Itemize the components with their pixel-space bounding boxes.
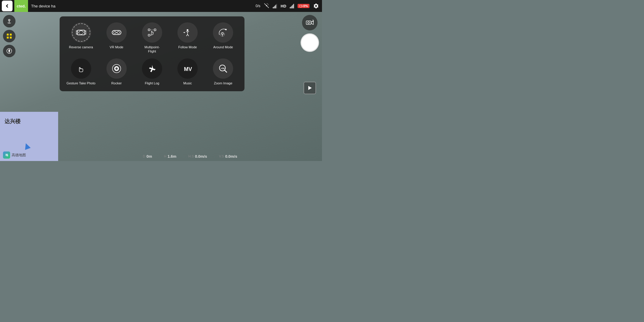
speed-indicator: 0/s xyxy=(256,4,260,8)
height-stat: H 1.6m xyxy=(164,154,177,159)
settings-icon[interactable] xyxy=(313,3,319,9)
hd-signal-bars xyxy=(290,4,294,8)
vr-mode-label: VR Mode xyxy=(110,45,123,49)
svg-marker-14 xyxy=(308,86,312,90)
signal-bars xyxy=(273,4,277,8)
map-location-text: 达兴楼 xyxy=(4,118,21,125)
horizontal-speed-stat: H.S 0.0m/s xyxy=(188,154,207,159)
gps-icon xyxy=(264,3,269,9)
return-home-button[interactable] xyxy=(3,45,16,57)
multipoint-flight-icon-circle xyxy=(142,22,162,43)
svg-text:×50: ×50 xyxy=(221,67,225,70)
svg-rect-22 xyxy=(148,29,150,31)
zoom-image-item[interactable]: ×50 Zoom Image xyxy=(208,58,239,85)
map-direction-arrow xyxy=(23,142,31,150)
rocker-icon-circle xyxy=(106,58,127,79)
camera-switch-button[interactable] xyxy=(302,15,318,30)
svg-rect-3 xyxy=(302,6,303,7)
vs-value: 0.0m/s xyxy=(225,154,237,159)
vertical-speed-stat: V.S 0.0m/s xyxy=(219,154,237,159)
svg-rect-21 xyxy=(154,29,156,31)
height-label: H xyxy=(164,154,166,158)
follow-mode-label: Follow Mode xyxy=(178,45,197,49)
distance-label: D xyxy=(143,154,145,158)
right-sidebar xyxy=(301,15,319,94)
svg-rect-20 xyxy=(148,34,150,36)
distance-value: 0m xyxy=(146,154,152,159)
battery-indicator: 0% xyxy=(298,4,309,8)
shutter-button[interactable] xyxy=(301,33,319,52)
vr-mode-item[interactable]: VR Mode xyxy=(101,22,132,54)
svg-line-25 xyxy=(186,34,188,36)
svg-point-1 xyxy=(266,5,267,6)
svg-point-13 xyxy=(308,22,309,24)
svg-rect-8 xyxy=(10,34,12,35)
svg-text:MV: MV xyxy=(184,66,192,72)
flight-log-label: Flight Log xyxy=(145,81,159,85)
svg-rect-10 xyxy=(10,37,12,38)
hd-label: HD xyxy=(281,4,286,8)
svg-point-18 xyxy=(117,31,120,34)
back-button[interactable] xyxy=(2,1,13,11)
map-overlay: 达兴楼 地 高德地图 xyxy=(0,112,58,161)
svg-rect-4 xyxy=(300,6,300,7)
svg-point-28 xyxy=(222,33,223,35)
hs-value: 0.0m/s xyxy=(195,154,207,159)
grid-mode-button[interactable] xyxy=(3,30,16,42)
gesture-take-photo-label: Gesture Take Photo xyxy=(66,81,95,85)
connection-status-green: cted. xyxy=(14,0,28,12)
reverse-camera-label: Reverse camera xyxy=(69,45,93,49)
multipoint-flight-item[interactable]: Multipoint-Flight xyxy=(137,22,167,54)
status-connected-text: cted. xyxy=(17,4,26,8)
bottom-stats-bar: D 0m H 1.6m H.S 0.0m/s V.S 0.0m/s xyxy=(58,151,322,161)
svg-point-6 xyxy=(9,20,10,20)
top-bar: cted. The device ha 0/s HD xyxy=(0,0,322,12)
svg-rect-7 xyxy=(7,34,9,35)
follow-mode-item[interactable]: Follow Mode xyxy=(172,22,203,54)
map-logo-text: 高德地图 xyxy=(12,153,26,158)
amap-logo-icon: 地 xyxy=(3,151,10,159)
svg-point-33 xyxy=(115,67,118,70)
landing-button[interactable] xyxy=(3,15,16,27)
around-mode-label: Around Mode xyxy=(213,45,233,49)
left-sidebar xyxy=(3,15,16,57)
flight-log-item[interactable]: Flight Log xyxy=(137,58,167,85)
svg-line-36 xyxy=(225,70,227,72)
music-icon-circle: MV xyxy=(177,58,198,79)
svg-point-23 xyxy=(187,29,188,31)
hs-label: H.S xyxy=(188,154,194,158)
vr-mode-icon-circle xyxy=(106,22,127,43)
follow-mode-icon-circle xyxy=(177,22,198,43)
svg-rect-12 xyxy=(306,21,311,24)
features-modal: Reverse camera VR Mode xyxy=(60,16,244,91)
svg-line-26 xyxy=(188,34,189,36)
device-status-text: The device ha xyxy=(28,4,55,8)
zoom-image-icon-circle: ×50 xyxy=(213,58,233,79)
rocker-item[interactable]: Rocker xyxy=(101,58,132,85)
multipoint-flight-label: Multipoint-Flight xyxy=(145,45,160,54)
playback-button[interactable] xyxy=(304,82,316,94)
zoom-image-label: Zoom Image xyxy=(214,81,233,85)
vs-label: V.S xyxy=(219,154,224,158)
distance-stat: D 0m xyxy=(143,154,152,159)
reverse-camera-icon-circle xyxy=(71,22,91,43)
svg-rect-9 xyxy=(7,37,9,38)
height-value: 1.6m xyxy=(168,154,177,159)
around-mode-icon-circle xyxy=(213,22,233,43)
around-mode-item[interactable]: Around Mode xyxy=(208,22,239,54)
flight-log-icon-circle xyxy=(142,58,162,79)
reverse-camera-item[interactable]: Reverse camera xyxy=(66,22,96,54)
gesture-take-photo-icon-circle xyxy=(71,58,91,79)
gesture-take-photo-item[interactable]: Gesture Take Photo xyxy=(66,58,96,85)
rocker-label: Rocker xyxy=(111,81,122,85)
map-logo: 地 高德地图 xyxy=(3,151,26,159)
svg-point-17 xyxy=(114,31,116,34)
music-item[interactable]: MV Music xyxy=(172,58,203,85)
top-right-indicators: 0/s HD xyxy=(256,3,322,9)
music-label: Music xyxy=(183,81,192,85)
